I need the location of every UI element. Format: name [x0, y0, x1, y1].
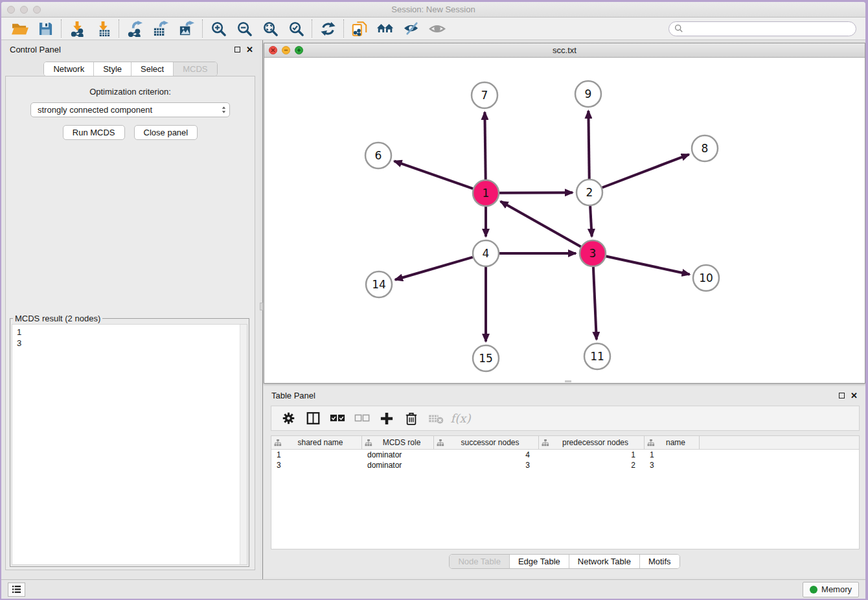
selected-option: strongly connected component: [38, 105, 217, 115]
edge-4-14[interactable]: [395, 257, 473, 280]
table-cell[interactable]: 3: [434, 460, 539, 470]
tab-style[interactable]: Style: [94, 62, 131, 76]
close-panel-button[interactable]: Close panel: [134, 125, 198, 140]
network-close-button[interactable]: [269, 46, 277, 54]
first-neighbors-icon[interactable]: [372, 19, 398, 38]
clone-network-icon[interactable]: [347, 19, 372, 38]
delete-column-icon[interactable]: [400, 409, 423, 428]
float-table-panel-icon[interactable]: [839, 393, 845, 398]
window-zoom-button[interactable]: [33, 6, 41, 14]
zoom-out-icon[interactable]: [231, 19, 257, 38]
table-cell[interactable]: 3: [271, 460, 362, 470]
node-table[interactable]: shared nameMCDS rolesuccessor nodesprede…: [271, 435, 860, 549]
network-canvas[interactable]: 7968124314101511: [264, 58, 865, 383]
edge-2-9[interactable]: [588, 111, 589, 179]
mcds-result-title: MCDS result (2 nodes): [13, 314, 102, 323]
table-cell[interactable]: dominator: [362, 460, 434, 470]
tab-select[interactable]: Select: [131, 62, 174, 76]
gear-icon[interactable]: [277, 409, 300, 428]
column-header-shared-name[interactable]: shared name: [271, 436, 362, 449]
canvas-resize-grip[interactable]: [565, 380, 571, 382]
memory-button[interactable]: Memory: [803, 582, 859, 597]
memory-status-icon: [810, 586, 817, 594]
zoom-fit-icon[interactable]: [257, 19, 283, 38]
table-panel: Table Panel ✕: [264, 386, 865, 578]
table-row[interactable]: 1dominator411: [271, 450, 859, 460]
add-column-icon[interactable]: [375, 409, 398, 428]
window-minimize-button[interactable]: [20, 6, 28, 14]
edge-2-8[interactable]: [602, 154, 689, 187]
column-type-icon: [437, 439, 444, 446]
task-history-button[interactable]: [8, 583, 25, 597]
column-type-icon: [274, 439, 282, 446]
node-label-3: 3: [589, 247, 597, 260]
edge-3-11[interactable]: [593, 267, 597, 340]
node-label-4: 4: [483, 247, 490, 260]
export-network-icon[interactable]: [122, 19, 148, 38]
export-image-icon[interactable]: [174, 19, 200, 38]
tab-motifs[interactable]: Motifs: [640, 555, 680, 568]
import-network-icon[interactable]: [64, 19, 90, 38]
table-cell[interactable]: dominator: [362, 450, 434, 460]
node-label-2: 2: [586, 186, 593, 199]
open-session-icon[interactable]: [6, 19, 32, 38]
apply-layout-icon[interactable]: [315, 19, 341, 38]
close-panel-icon[interactable]: ✕: [246, 47, 253, 52]
zoom-in-icon[interactable]: [205, 19, 231, 38]
select-stepper-icon: [217, 106, 227, 114]
save-session-icon[interactable]: [32, 19, 58, 38]
table-row[interactable]: 3dominator323: [271, 460, 859, 470]
tab-network-table[interactable]: Network Table: [569, 555, 640, 568]
tab-mcds[interactable]: MCDS: [174, 62, 216, 76]
column-header-successor-nodes[interactable]: successor nodes: [434, 436, 539, 449]
table-cell[interactable]: 2: [539, 460, 645, 470]
delete-table-icon: [424, 409, 448, 428]
edge-1-2[interactable]: [499, 192, 573, 193]
network-title: scc.txt: [264, 45, 865, 55]
close-table-panel-icon[interactable]: ✕: [851, 393, 858, 398]
table-cell[interactable]: 1: [539, 450, 645, 460]
column-type-icon: [365, 439, 372, 446]
optimization-criterion-select[interactable]: strongly connected component: [30, 102, 230, 117]
network-zoom-button[interactable]: [295, 46, 303, 54]
table-tabs: Node TableEdge TableNetwork TableMotifs: [449, 554, 680, 569]
show-all-icon[interactable]: [424, 19, 450, 38]
export-table-icon[interactable]: [148, 19, 174, 38]
edge-2-3[interactable]: [590, 206, 592, 237]
run-mcds-button[interactable]: Run MCDS: [63, 125, 125, 140]
edge-3-10[interactable]: [606, 256, 690, 274]
search-box[interactable]: [668, 21, 856, 36]
column-header-predecessor-nodes[interactable]: predecessor nodes: [539, 436, 645, 449]
tab-node-table[interactable]: Node Table: [450, 555, 510, 568]
edge-1-7[interactable]: [485, 112, 485, 179]
network-graph: 7968124314101511: [264, 58, 865, 383]
status-bar: Memory: [1, 579, 865, 599]
float-panel-icon[interactable]: [234, 47, 240, 52]
column-header-MCDS-role[interactable]: MCDS role: [362, 436, 434, 449]
network-window-titlebar[interactable]: scc.txt: [264, 43, 865, 58]
edge-1-6[interactable]: [394, 161, 474, 189]
search-input[interactable]: [683, 24, 851, 33]
tab-network[interactable]: Network: [44, 62, 94, 76]
network-minimize-button[interactable]: [282, 46, 290, 54]
node-label-1: 1: [483, 187, 490, 200]
import-table-icon[interactable]: [90, 19, 116, 38]
select-all-checkboxes-icon[interactable]: [326, 409, 349, 428]
main-toolbar: [1, 17, 865, 40]
memory-label: Memory: [821, 584, 852, 594]
table-cell[interactable]: 1: [271, 450, 362, 460]
tab-edge-table[interactable]: Edge Table: [510, 555, 569, 568]
column-header-name[interactable]: name: [645, 436, 700, 449]
hide-selection-icon[interactable]: [398, 19, 424, 38]
split-columns-icon[interactable]: [301, 409, 325, 428]
edge-3-1[interactable]: [501, 202, 581, 247]
table-panel-title: Table Panel: [271, 391, 839, 400]
window-close-button[interactable]: [7, 6, 15, 14]
zoom-selected-icon[interactable]: [283, 19, 309, 38]
result-scrollbar[interactable]: [240, 325, 247, 564]
table-cell[interactable]: 1: [645, 450, 700, 460]
table-cell[interactable]: 4: [434, 450, 539, 460]
node-label-15: 15: [479, 352, 493, 365]
clear-checkboxes-icon[interactable]: [350, 409, 374, 428]
table-cell[interactable]: 3: [645, 460, 700, 470]
